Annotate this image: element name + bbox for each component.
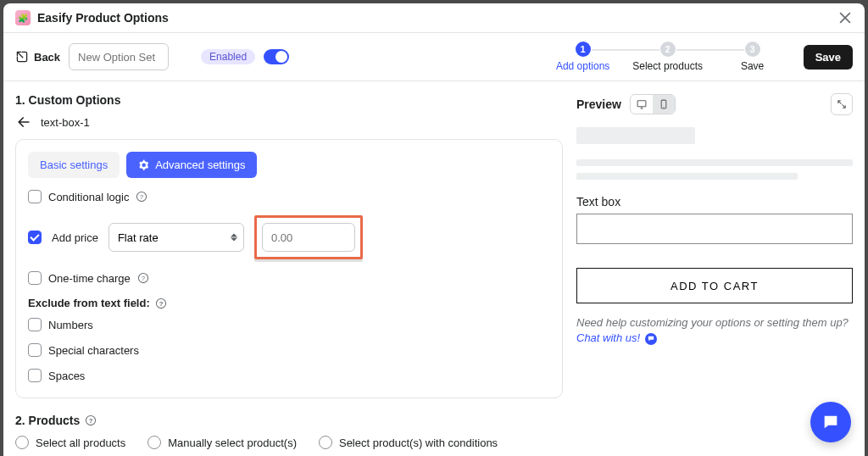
- conditional-logic-checkbox[interactable]: [28, 190, 42, 203]
- enabled-badge: Enabled: [201, 49, 255, 64]
- device-toggle: [630, 94, 676, 114]
- help-icon[interactable]: ?: [137, 272, 149, 284]
- enabled-toggle[interactable]: [264, 49, 289, 64]
- chat-bubble-icon: [821, 413, 840, 431]
- conditional-logic-row: Conditional logic ?: [28, 190, 550, 203]
- add-price-row: Add price Flat rate: [28, 215, 550, 259]
- exclude-heading: Exclude from text field: ?: [28, 297, 550, 309]
- app-icon: 🧩: [15, 10, 31, 25]
- add-to-cart-button[interactable]: ADD TO CART: [576, 268, 853, 303]
- one-time-charge-label: One-time charge: [48, 272, 131, 285]
- conditional-logic-label: Conditional logic: [48, 191, 129, 203]
- option-settings-panel: Basic settings Advanced settings Conditi…: [15, 139, 563, 398]
- close-icon[interactable]: [837, 10, 853, 25]
- price-input-highlight: [254, 215, 363, 259]
- step-save[interactable]: 3 Save: [710, 42, 795, 72]
- add-price-checkbox[interactable]: [28, 231, 42, 244]
- price-input[interactable]: [262, 223, 355, 252]
- breadcrumb: text-box-1: [15, 114, 563, 131]
- back-label: Back: [34, 51, 60, 64]
- exclude-numbers-label: Numbers: [48, 319, 93, 331]
- exclude-special-label: Special characters: [48, 344, 139, 357]
- app-modal: 🧩 Easify Product Options Back Enabled 1 …: [3, 3, 865, 456]
- preview-title: Preview: [576, 97, 621, 111]
- help-icon[interactable]: ?: [155, 298, 167, 309]
- main-column: 1. Custom Options text-box-1 Basic setti…: [3, 81, 570, 456]
- help-icon[interactable]: ?: [85, 414, 97, 426]
- svg-text:?: ?: [159, 299, 163, 307]
- svg-rect-8: [637, 101, 646, 107]
- back-button[interactable]: Back: [15, 50, 60, 64]
- preview-textbox-input[interactable]: [576, 214, 853, 244]
- mobile-view-button[interactable]: [653, 95, 675, 114]
- skeleton-line: [576, 127, 695, 144]
- help-icon[interactable]: ?: [136, 191, 147, 203]
- chat-fab-button[interactable]: [810, 402, 851, 442]
- svg-text:?: ?: [140, 193, 143, 201]
- section-custom-options-title: 1. Custom Options: [15, 93, 563, 107]
- exclude-spaces-row: Spaces: [28, 369, 550, 382]
- step-add-options[interactable]: 1 Add options: [541, 42, 626, 72]
- product-selection-radios: Select all products Manually select prod…: [15, 436, 563, 449]
- step-select-products[interactable]: 2 Select products: [626, 42, 710, 72]
- preview-help-text: Need help customizing your options or se…: [576, 315, 853, 346]
- chat-icon: [645, 333, 657, 345]
- exclude-numbers-checkbox[interactable]: [28, 318, 42, 331]
- toolbar: Back Enabled 1 Add options 2 Select prod…: [3, 33, 865, 81]
- one-time-charge-checkbox[interactable]: [28, 271, 42, 285]
- back-icon: [15, 50, 29, 64]
- breadcrumb-text: text-box-1: [41, 116, 90, 129]
- progress-steps: 1 Add options 2 Select products 3 Save: [541, 42, 795, 72]
- modal-header: 🧩 Easify Product Options: [3, 3, 865, 33]
- tab-basic-settings[interactable]: Basic settings: [28, 152, 120, 178]
- option-set-name-input[interactable]: [69, 43, 169, 70]
- arrow-left-icon[interactable]: [15, 114, 32, 131]
- exclude-special-row: Special characters: [28, 343, 550, 357]
- radio-icon: [319, 436, 332, 449]
- desktop-view-button[interactable]: [631, 95, 653, 114]
- svg-text:?: ?: [89, 417, 93, 425]
- price-type-select[interactable]: Flat rate: [108, 223, 244, 252]
- preview-column: Preview Text box ADD TO CART Need help c…: [570, 81, 865, 456]
- svg-text:?: ?: [142, 275, 145, 282]
- chat-with-us-link[interactable]: Chat with us!: [576, 331, 640, 344]
- radio-conditions[interactable]: Select product(s) with conditions: [319, 436, 498, 449]
- exclude-special-checkbox[interactable]: [28, 343, 42, 357]
- exclude-spaces-label: Spaces: [48, 370, 85, 382]
- preview-textbox-label: Text box: [576, 195, 853, 209]
- section-products-title: 2. Products ?: [15, 414, 563, 427]
- settings-tabs: Basic settings Advanced settings: [28, 152, 550, 178]
- gear-icon: [138, 159, 150, 171]
- exclude-spaces-checkbox[interactable]: [28, 369, 42, 382]
- tab-advanced-settings[interactable]: Advanced settings: [126, 152, 257, 178]
- skeleton-line: [576, 159, 853, 166]
- radio-manual[interactable]: Manually select product(s): [147, 436, 297, 449]
- svg-point-10: [663, 107, 664, 108]
- radio-icon: [147, 436, 161, 449]
- expand-preview-button[interactable]: [831, 93, 853, 115]
- skeleton-line: [576, 173, 798, 180]
- save-button[interactable]: Save: [804, 45, 853, 70]
- app-title: Easify Product Options: [37, 11, 169, 25]
- one-time-charge-row: One-time charge ?: [28, 271, 550, 285]
- preview-header: Preview: [576, 93, 853, 115]
- add-price-label: Add price: [52, 231, 98, 244]
- price-type-select-wrap: Flat rate: [108, 223, 244, 252]
- radio-icon: [15, 436, 29, 449]
- exclude-numbers-row: Numbers: [28, 318, 550, 331]
- radio-select-all[interactable]: Select all products: [15, 436, 125, 449]
